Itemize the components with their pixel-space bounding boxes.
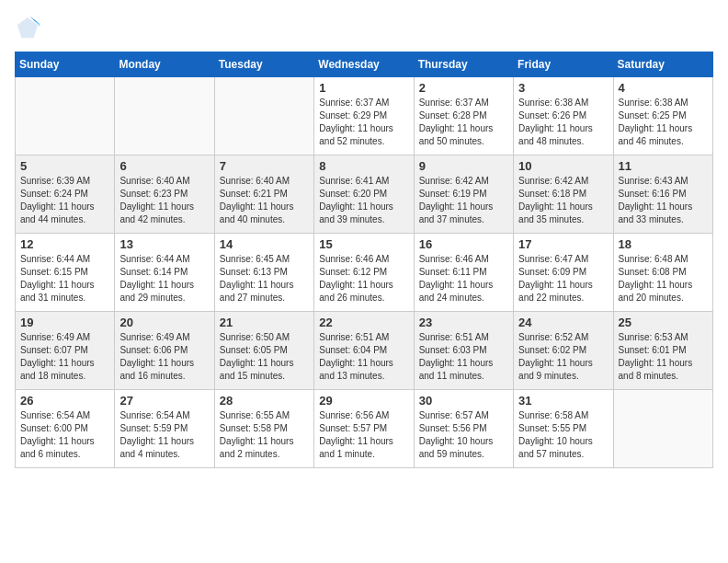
calendar-day-cell: 12Sunrise: 6:44 AMSunset: 6:15 PMDayligh… <box>16 234 115 312</box>
day-number: 7 <box>220 159 309 173</box>
day-number: 9 <box>419 159 508 173</box>
weekday-header-wednesday: Wednesday <box>314 52 414 77</box>
day-info: Sunrise: 6:50 AMSunset: 6:05 PMDaylight:… <box>220 331 309 383</box>
day-number: 15 <box>319 237 408 251</box>
calendar-day-cell <box>214 77 313 155</box>
day-info: Sunrise: 6:52 AMSunset: 6:02 PMDaylight:… <box>518 331 608 383</box>
calendar-day-cell: 11Sunrise: 6:43 AMSunset: 6:16 PMDayligh… <box>613 155 712 234</box>
day-number: 17 <box>518 237 608 251</box>
day-info: Sunrise: 6:37 AMSunset: 6:29 PMDaylight:… <box>319 97 408 148</box>
day-number: 12 <box>20 237 109 251</box>
calendar-day-cell: 15Sunrise: 6:46 AMSunset: 6:12 PMDayligh… <box>314 234 414 312</box>
calendar-day-cell: 20Sunrise: 6:49 AMSunset: 6:06 PMDayligh… <box>115 312 214 390</box>
day-info: Sunrise: 6:58 AMSunset: 5:55 PMDaylight:… <box>518 409 608 461</box>
logo-icon <box>15 15 40 40</box>
day-number: 6 <box>119 159 209 173</box>
day-number: 31 <box>518 394 608 408</box>
day-info: Sunrise: 6:54 AMSunset: 5:59 PMDaylight:… <box>119 409 209 461</box>
day-number: 20 <box>119 316 209 329</box>
day-info: Sunrise: 6:46 AMSunset: 6:12 PMDaylight:… <box>319 253 408 304</box>
calendar-day-cell: 22Sunrise: 6:51 AMSunset: 6:04 PMDayligh… <box>314 312 414 390</box>
calendar-day-cell: 9Sunrise: 6:42 AMSunset: 6:19 PMDaylight… <box>414 155 513 234</box>
day-info: Sunrise: 6:51 AMSunset: 6:03 PMDaylight:… <box>419 331 508 383</box>
calendar-day-cell: 24Sunrise: 6:52 AMSunset: 6:02 PMDayligh… <box>514 312 613 390</box>
calendar-day-cell: 25Sunrise: 6:53 AMSunset: 6:01 PMDayligh… <box>613 312 712 390</box>
calendar-day-cell: 18Sunrise: 6:48 AMSunset: 6:08 PMDayligh… <box>613 234 712 312</box>
calendar-day-cell: 29Sunrise: 6:56 AMSunset: 5:57 PMDayligh… <box>314 390 414 468</box>
day-info: Sunrise: 6:38 AMSunset: 6:25 PMDaylight:… <box>619 97 708 148</box>
calendar-day-cell: 30Sunrise: 6:57 AMSunset: 5:56 PMDayligh… <box>414 390 513 468</box>
calendar-day-cell: 14Sunrise: 6:45 AMSunset: 6:13 PMDayligh… <box>214 234 313 312</box>
calendar-day-cell: 17Sunrise: 6:47 AMSunset: 6:09 PMDayligh… <box>514 234 613 312</box>
calendar-week-row: 5Sunrise: 6:39 AMSunset: 6:24 PMDaylight… <box>16 155 713 234</box>
calendar-day-cell: 10Sunrise: 6:42 AMSunset: 6:18 PMDayligh… <box>514 155 613 234</box>
day-info: Sunrise: 6:38 AMSunset: 6:26 PMDaylight:… <box>518 97 608 148</box>
day-number: 25 <box>619 316 708 329</box>
calendar-week-row: 1Sunrise: 6:37 AMSunset: 6:29 PMDaylight… <box>16 77 713 155</box>
calendar-day-cell: 1Sunrise: 6:37 AMSunset: 6:29 PMDaylight… <box>314 77 414 155</box>
day-number: 2 <box>419 81 508 95</box>
calendar-day-cell: 13Sunrise: 6:44 AMSunset: 6:14 PMDayligh… <box>115 234 214 312</box>
day-number: 26 <box>20 394 109 408</box>
day-number: 1 <box>319 81 408 95</box>
calendar-day-cell: 27Sunrise: 6:54 AMSunset: 5:59 PMDayligh… <box>115 390 214 468</box>
weekday-header-tuesday: Tuesday <box>214 52 313 77</box>
calendar-day-cell <box>613 390 712 468</box>
calendar-day-cell: 2Sunrise: 6:37 AMSunset: 6:28 PMDaylight… <box>414 77 513 155</box>
day-info: Sunrise: 6:54 AMSunset: 6:00 PMDaylight:… <box>20 409 109 461</box>
day-number: 22 <box>319 316 408 329</box>
calendar-day-cell <box>115 77 214 155</box>
day-number: 23 <box>419 316 508 329</box>
day-info: Sunrise: 6:42 AMSunset: 6:18 PMDaylight:… <box>518 175 608 226</box>
day-number: 27 <box>119 394 209 408</box>
day-info: Sunrise: 6:43 AMSunset: 6:16 PMDaylight:… <box>619 175 708 226</box>
calendar-day-cell: 31Sunrise: 6:58 AMSunset: 5:55 PMDayligh… <box>514 390 613 468</box>
day-number: 14 <box>220 237 309 251</box>
calendar-week-row: 12Sunrise: 6:44 AMSunset: 6:15 PMDayligh… <box>16 234 713 312</box>
day-number: 3 <box>518 81 608 95</box>
day-number: 30 <box>419 394 508 408</box>
day-number: 28 <box>220 394 309 408</box>
calendar-week-row: 19Sunrise: 6:49 AMSunset: 6:07 PMDayligh… <box>16 312 713 390</box>
calendar-day-cell: 7Sunrise: 6:40 AMSunset: 6:21 PMDaylight… <box>214 155 313 234</box>
calendar-day-cell: 5Sunrise: 6:39 AMSunset: 6:24 PMDaylight… <box>16 155 115 234</box>
day-info: Sunrise: 6:51 AMSunset: 6:04 PMDaylight:… <box>319 331 408 383</box>
day-info: Sunrise: 6:44 AMSunset: 6:14 PMDaylight:… <box>119 253 209 304</box>
day-info: Sunrise: 6:41 AMSunset: 6:20 PMDaylight:… <box>319 175 408 226</box>
day-info: Sunrise: 6:49 AMSunset: 6:07 PMDaylight:… <box>20 331 109 383</box>
calendar-day-cell: 28Sunrise: 6:55 AMSunset: 5:58 PMDayligh… <box>214 390 313 468</box>
day-number: 29 <box>319 394 408 408</box>
day-number: 16 <box>419 237 508 251</box>
day-info: Sunrise: 6:56 AMSunset: 5:57 PMDaylight:… <box>319 409 408 461</box>
calendar-day-cell <box>16 77 115 155</box>
day-number: 10 <box>518 159 608 173</box>
page-header <box>15 15 713 40</box>
calendar-day-cell: 16Sunrise: 6:46 AMSunset: 6:11 PMDayligh… <box>414 234 513 312</box>
day-info: Sunrise: 6:39 AMSunset: 6:24 PMDaylight:… <box>20 175 109 226</box>
calendar-day-cell: 19Sunrise: 6:49 AMSunset: 6:07 PMDayligh… <box>16 312 115 390</box>
day-info: Sunrise: 6:55 AMSunset: 5:58 PMDaylight:… <box>220 409 309 461</box>
weekday-header-sunday: Sunday <box>16 52 115 77</box>
calendar-table: SundayMondayTuesdayWednesdayThursdayFrid… <box>15 52 713 468</box>
day-number: 5 <box>20 159 109 173</box>
day-number: 24 <box>518 316 608 329</box>
calendar-day-cell: 26Sunrise: 6:54 AMSunset: 6:00 PMDayligh… <box>16 390 115 468</box>
day-info: Sunrise: 6:57 AMSunset: 5:56 PMDaylight:… <box>419 409 508 461</box>
calendar-day-cell: 3Sunrise: 6:38 AMSunset: 6:26 PMDaylight… <box>514 77 613 155</box>
weekday-header-monday: Monday <box>115 52 214 77</box>
day-info: Sunrise: 6:46 AMSunset: 6:11 PMDaylight:… <box>419 253 508 304</box>
day-info: Sunrise: 6:40 AMSunset: 6:21 PMDaylight:… <box>220 175 309 226</box>
day-number: 19 <box>20 316 109 329</box>
day-info: Sunrise: 6:53 AMSunset: 6:01 PMDaylight:… <box>619 331 708 383</box>
day-number: 4 <box>619 81 708 95</box>
weekday-header-saturday: Saturday <box>613 52 712 77</box>
weekday-header-thursday: Thursday <box>414 52 513 77</box>
day-info: Sunrise: 6:44 AMSunset: 6:15 PMDaylight:… <box>20 253 109 304</box>
weekday-header-row: SundayMondayTuesdayWednesdayThursdayFrid… <box>16 52 713 77</box>
day-number: 18 <box>619 237 708 251</box>
day-number: 21 <box>220 316 309 329</box>
calendar-day-cell: 21Sunrise: 6:50 AMSunset: 6:05 PMDayligh… <box>214 312 313 390</box>
day-info: Sunrise: 6:48 AMSunset: 6:08 PMDaylight:… <box>619 253 708 304</box>
day-info: Sunrise: 6:45 AMSunset: 6:13 PMDaylight:… <box>220 253 309 304</box>
day-number: 13 <box>119 237 209 251</box>
